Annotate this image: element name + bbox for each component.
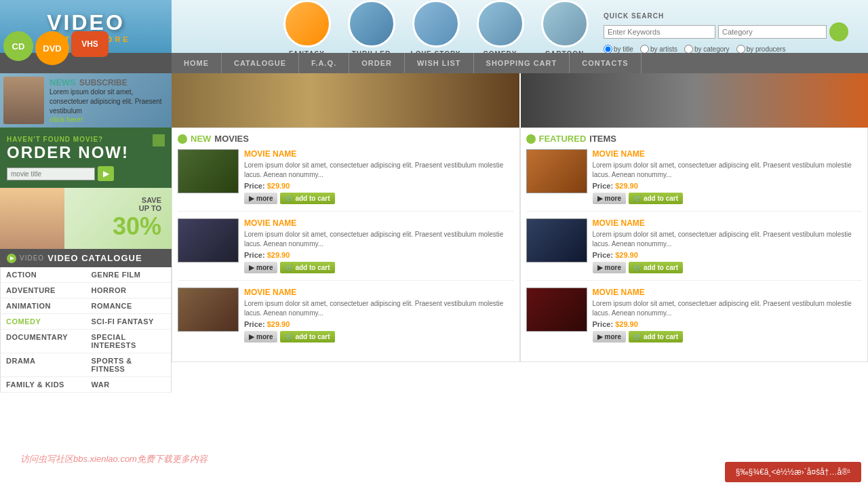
vhs-badge[interactable]: VHS (71, 31, 108, 57)
movie-ads: MOVIE AD MOVIE AD (172, 73, 868, 128)
order-search-btn[interactable]: ▶ (98, 166, 114, 181)
btn-cart-new-1[interactable]: 🛒 add to cart (280, 193, 334, 204)
genre-tab-thriller[interactable]: THRILLER (339, 0, 403, 58)
cat-animation[interactable]: ANIMATION (1, 298, 86, 314)
save-up: UP TO (113, 204, 161, 212)
btn-more-feat-3[interactable]: ▶ more (593, 331, 626, 343)
cat-drama[interactable]: DRAMA (1, 353, 86, 377)
nav-catalogue[interactable]: CATALOGUE (222, 53, 299, 73)
news-title: NEWS (50, 77, 76, 87)
new-movies-title-main: MOVIES (214, 134, 249, 144)
genre-tab-comedy[interactable]: COMEDY (468, 0, 532, 58)
btn-more-new-3[interactable]: ▶ more (244, 331, 277, 343)
news-link[interactable]: click here! (50, 116, 163, 123)
cat-sports[interactable]: SPORTS & FITNESS (86, 353, 172, 377)
cat-genre-film[interactable]: GENRE FILM (86, 267, 172, 283)
comedy-circle (477, 0, 524, 47)
movie-name-feat-2[interactable]: MOVIE NAME (593, 218, 863, 228)
new-movies-title-new: NEW (191, 134, 211, 144)
btn-cart-feat-2[interactable]: 🛒 add to cart (629, 262, 683, 273)
movie-name-new-3[interactable]: MOVIE NAME (244, 288, 514, 297)
order-input[interactable] (7, 168, 95, 180)
cat-romance[interactable]: ROMANCE (86, 298, 172, 314)
nav-wishlist[interactable]: WISH LIST (405, 53, 474, 73)
cart-icon-new-2: 🛒 (285, 264, 293, 271)
cat-scifi[interactable]: SCI-FI FANTASY (86, 314, 172, 330)
cat-horror[interactable]: HORROR (86, 283, 172, 298)
featured-items-section: FEATURED ITEMS MOVIE NAME Lorem ipsum do… (520, 128, 869, 362)
genre-tab-lovestory[interactable]: LOVE STORY (403, 0, 468, 58)
search-button[interactable] (829, 22, 848, 41)
nav-home[interactable]: HOME (172, 53, 222, 73)
play-icon-feat-2: ▶ (597, 264, 603, 271)
genre-tab-fantasy[interactable]: FANTASY (275, 0, 339, 58)
search-category-input[interactable] (718, 25, 827, 39)
play-icon-feat-3: ▶ (597, 333, 603, 340)
catalogue-list: ACTION GENRE FILM ADVENTURE HORROR ANIMA… (0, 267, 172, 393)
cart-icon-new-3: 🛒 (285, 333, 293, 340)
movie-price-new-3: Price: $29.90 (244, 320, 514, 328)
movie-name-new-1[interactable]: MOVIE NAME (244, 149, 514, 159)
nav-order[interactable]: ORDER (349, 53, 405, 73)
catalogue-label: VIDEO CATALOGUE (47, 253, 142, 263)
cat-documentary[interactable]: DOCUMENTARY (1, 330, 86, 353)
btn-more-feat-1[interactable]: ▶ more (593, 193, 626, 204)
movie-item-feat-1: MOVIE NAME Lorem ipsum dolor sit amet, c… (526, 149, 863, 212)
cat-war[interactable]: WAR (86, 377, 172, 393)
movie-ad-1[interactable]: MOVIE AD (172, 73, 521, 128)
movie-desc-feat-2: Lorem ipsum dolor sit amet, consectetuer… (593, 230, 863, 249)
order-banner: HAVEN'T FOUND MOVIE? ORDER NOW! ▶ (0, 128, 172, 188)
movie-name-new-2[interactable]: MOVIE NAME (244, 218, 514, 228)
btn-more-new-2[interactable]: ▶ more (244, 262, 277, 273)
dvd-badge[interactable]: DVD (35, 31, 69, 65)
movie-item-feat-2: MOVIE NAME Lorem ipsum dolor sit amet, c… (526, 218, 863, 281)
btn-more-new-1[interactable]: ▶ more (244, 193, 277, 204)
movie-name-feat-1[interactable]: MOVIE NAME (593, 149, 863, 159)
main-column: MOVIE AD MOVIE AD NEW MOVIES M (172, 73, 868, 393)
news-section: NEWS SUBSCRIBE Lorem ipsum dolor sit ame… (0, 73, 172, 128)
nav-links: HOME CATALOGUE F.A.Q. ORDER WISH LIST SH… (172, 53, 868, 73)
cd-badge[interactable]: CD (3, 31, 33, 61)
movie-ad-2[interactable]: MOVIE AD (521, 73, 869, 128)
btn-cart-feat-3[interactable]: 🛒 add to cart (629, 331, 683, 343)
btn-cart-feat-1[interactable]: 🛒 add to cart (629, 193, 683, 204)
movie-price-new-1: Price: $29.90 (244, 182, 514, 190)
btn-more-feat-2[interactable]: ▶ more (593, 262, 626, 273)
btn-cart-new-2[interactable]: 🛒 add to cart (280, 262, 334, 273)
save-banner: SAVE UP TO 30% (0, 188, 172, 249)
nav-faq[interactable]: F.A.Q. (299, 53, 349, 73)
cat-special[interactable]: SPECIAL INTERESTS (86, 330, 172, 353)
cat-action[interactable]: ACTION (1, 267, 86, 283)
new-movies-section: NEW MOVIES MOVIE NAME Lorem ipsum dolor … (172, 128, 520, 362)
movie-desc-new-2: Lorem ipsum dolor sit amet, consectetuer… (244, 230, 514, 249)
news-body: Lorem ipsum dolor sit amet, consectetuer… (50, 87, 163, 116)
movie-price-feat-2: Price: $29.90 (593, 251, 863, 259)
featured-title-main: ITEMS (589, 134, 616, 144)
genre-tab-cartoon[interactable]: CARTOON (532, 0, 597, 58)
movie-price-new-2: Price: $29.90 (244, 251, 514, 259)
search-keyword-input[interactable] (604, 25, 715, 39)
movie-desc-feat-1: Lorem ipsum dolor sit amet, consectetuer… (593, 161, 863, 180)
movie-desc-new-3: Lorem ipsum dolor sit amet, consectetuer… (244, 299, 514, 318)
logo-area: VIDEO RENTAL STORE CD DVD VHS (0, 0, 172, 53)
movie-thumb-new-3 (178, 288, 239, 332)
cat-family[interactable]: FAMILY & KIDS (1, 377, 86, 393)
cart-icon-feat-2: 🛒 (633, 264, 642, 271)
fantasy-circle (283, 0, 331, 47)
video-icon (7, 254, 16, 263)
movie-price-feat-1: Price: $29.90 (593, 182, 863, 190)
movie-name-feat-3[interactable]: MOVIE NAME (593, 288, 863, 297)
play-icon-new-2: ▶ (249, 264, 254, 271)
movie-item-new-1: MOVIE NAME Lorem ipsum dolor sit amet, c… (178, 149, 514, 212)
genre-tabs: FANTASY THRILLER LOVE STORY COMEDY (275, 0, 597, 58)
nav-cart[interactable]: SHOPPING CART (474, 53, 570, 73)
featured-title-new: FEATURED (539, 134, 587, 144)
movie-desc-feat-3: Lorem ipsum dolor sit amet, consectetuer… (593, 299, 863, 318)
nav-contacts[interactable]: CONTACTS (570, 53, 641, 73)
movie-desc-new-1: Lorem ipsum dolor sit amet, consectetuer… (244, 161, 514, 180)
cat-comedy[interactable]: COMEDY (1, 314, 86, 330)
btn-cart-new-3[interactable]: 🛒 add to cart (280, 331, 334, 343)
movie-thumb-feat-3 (526, 288, 587, 332)
cat-adventure[interactable]: ADVENTURE (1, 283, 86, 298)
lovestory-circle (412, 0, 460, 47)
